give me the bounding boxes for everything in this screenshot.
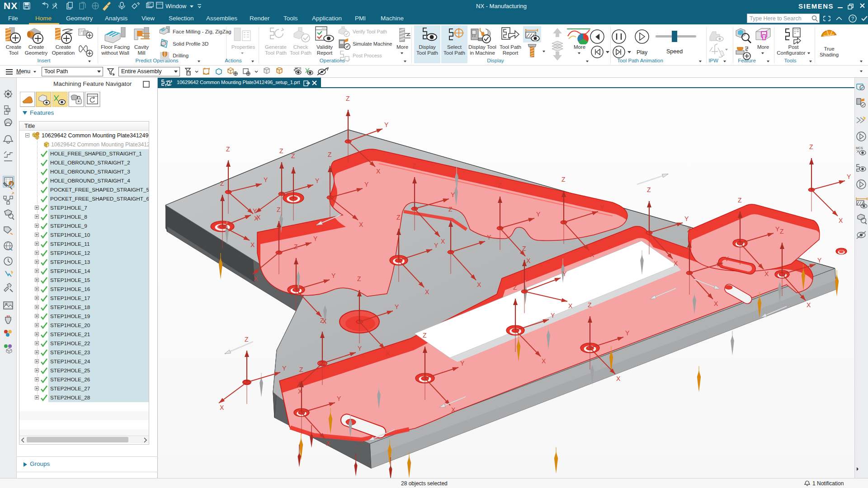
svg-text:Z: Z [780,228,784,235]
svg-text:Z: Z [357,275,361,282]
svg-text:Z: Z [279,147,283,155]
svg-text:Y: Y [625,329,630,337]
svg-text:Y: Y [551,312,555,319]
svg-text:X: X [441,238,445,245]
svg-text:X: X [839,217,843,224]
svg-text:Z: Z [320,317,324,324]
svg-text:Z: Z [647,186,651,193]
svg-text:X: X [526,257,531,264]
svg-text:X: X [220,404,224,411]
svg-text:X: X [764,270,769,277]
svg-text:Z: Z [448,206,453,213]
svg-text:X: X [542,357,546,365]
svg-text:Y: Y [364,181,369,188]
svg-text:Y: Y [358,345,362,352]
svg-text:X: X [674,260,678,267]
svg-text:Z: Z [291,152,295,160]
svg-text:Y: Y [684,215,689,222]
svg-text:Y: Y [562,270,567,277]
svg-text:Z: Z [245,336,249,343]
svg-text:X: X [386,350,390,357]
svg-text:?: ? [851,16,854,21]
svg-text:Z: Z [687,226,691,234]
svg-text:Z: Z [809,143,813,150]
svg-text:Z: Z [396,214,401,221]
svg-text:X: X [250,241,255,249]
svg-text:Z: Z [294,243,298,250]
svg-text:Window: Window [165,3,187,9]
svg-text:Z: Z [423,332,427,339]
svg-text:X: X [425,288,429,296]
svg-text:Y: Y [264,176,268,183]
svg-text:Z: Z [561,176,566,183]
svg-text:Y: Y [817,257,822,264]
svg-text:X: X [590,251,594,258]
svg-text:Z: Z [522,245,526,252]
svg-text:X: X [376,168,381,175]
svg-text:Speed: Speed [666,48,683,55]
svg-text:Y: Y [384,121,389,128]
svg-text:X: X [568,302,573,310]
svg-text:Y: Y [395,303,399,310]
svg-text:Y: Y [434,242,439,249]
svg-text:Y: Y [487,234,491,241]
svg-text:Z: Z [346,95,350,102]
svg-text:Z: Z [588,301,592,309]
svg-text:Y: Y [315,177,320,184]
svg-text:Z: Z [226,145,230,153]
svg-text:Y: Y [331,272,336,279]
svg-text:Z: Z [498,182,502,189]
svg-text:X: X [326,440,330,447]
svg-text:MCS: MCS [856,146,863,150]
svg-text:Y: Y [253,207,257,215]
svg-text:X: X [254,275,258,282]
svg-text:Y: Y [451,191,455,198]
svg-text:Z: Z [277,206,281,213]
svg-text:Y: Y [282,365,287,372]
svg-text:Z: Z [220,180,224,187]
svg-text:Z: Z [299,366,303,373]
svg-text:Y: Y [536,211,541,218]
svg-text:X: X [359,221,363,228]
svg-text:Play: Play [637,49,648,56]
svg-text:Y: Y [460,360,465,367]
svg-text:Y: Y [847,173,851,180]
svg-text:Y: Y [313,235,318,242]
svg-text:Y: Y [337,395,341,402]
svg-text:X: X [451,406,456,413]
svg-text:Z: Z [738,197,742,204]
svg-text:Z: Z [513,284,517,291]
svg-text:X: X [714,300,718,307]
svg-text:Z: Z [328,151,332,158]
svg-text:X: X [256,214,261,221]
svg-text:MCS: MCS [295,67,302,70]
svg-text:Y: Y [775,225,780,233]
svg-text:X: X [616,375,621,382]
svg-text:Z: Z [412,162,416,169]
svg-text:Y: Y [600,204,604,211]
svg-text:X: X [477,281,481,288]
svg-text:Y: Y [725,255,729,263]
svg-text:X: X [807,301,811,309]
